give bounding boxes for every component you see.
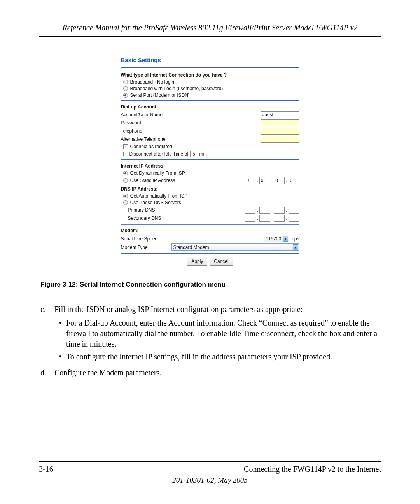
radio-serial-port[interactable]	[123, 93, 128, 98]
bullet-text: For a Dial-up Account, enter the Account…	[66, 318, 381, 349]
radio-label: Broadband - No login	[130, 79, 174, 85]
radio-broadband-nologin[interactable]	[123, 80, 128, 84]
ip-octet[interactable]: 0	[245, 177, 256, 184]
section-title: Connecting the FWG114P v2 to the Interne…	[244, 465, 381, 474]
radio-dns-use[interactable]	[123, 200, 128, 205]
password-input[interactable]	[261, 119, 299, 126]
modem-type-select[interactable]: Standard Modem ▾	[172, 243, 299, 251]
separator	[121, 67, 299, 68]
modem-heading: Modem:	[121, 228, 299, 233]
ip-octet[interactable]	[259, 206, 270, 214]
telephone-input[interactable]	[261, 128, 299, 135]
ip-octet[interactable]: 0	[274, 177, 285, 184]
footer-rule	[39, 461, 381, 462]
primary-dns-fields[interactable]: . . .	[245, 206, 299, 214]
separator	[121, 224, 299, 225]
bullet-text: To configure the Internet IP settings, f…	[66, 352, 332, 362]
ip-octet[interactable]	[259, 215, 270, 222]
ip-octet[interactable]	[245, 206, 256, 214]
select-value: 115200	[266, 236, 281, 242]
speed-unit: bps	[292, 236, 299, 242]
ip-octet[interactable]	[245, 215, 256, 222]
header-rule	[39, 36, 381, 37]
serial-speed-label: Serial Line Speed:	[121, 236, 203, 242]
user-input[interactable]: guest	[261, 111, 299, 118]
radio-label: Get Automatically From ISP	[130, 193, 187, 199]
connect-required-label: Connect as required	[130, 144, 172, 149]
separator	[121, 159, 299, 160]
ip-octet[interactable]: 0	[289, 177, 299, 184]
radio-label: Use Static IP Address	[130, 178, 175, 183]
modem-type-label: Modem Type	[121, 245, 172, 250]
panel-title: Basic Settings	[121, 57, 299, 63]
list-item-text: Configure the Modem parameters.	[54, 368, 381, 378]
separator	[121, 253, 299, 254]
radio-label: Use These DNS Servers	[130, 200, 181, 205]
basic-settings-screenshot: Basic Settings What type of Internet Con…	[116, 52, 304, 270]
dns-ip-heading: DNS IP Address:	[121, 186, 299, 192]
alt-telephone-input[interactable]	[261, 136, 299, 143]
secondary-dns-fields[interactable]: . . .	[245, 215, 299, 222]
password-label: Password:	[121, 120, 203, 126]
radio-broadband-login[interactable]	[123, 86, 128, 91]
user-label: Account/User Name	[121, 112, 203, 117]
dialup-heading: Dial-up Account	[121, 104, 299, 110]
apply-button[interactable]: Apply	[187, 257, 207, 266]
radio-label: Broadband with Login (username, password…	[130, 86, 223, 91]
radio-ip-dynamic[interactable]	[123, 171, 128, 175]
chevron-down-icon: ▾	[293, 244, 298, 250]
list-item-text: Fill in the ISDN or analog ISP Internet …	[54, 304, 381, 315]
disconnect-idle-prefix: Disconnect after Idle Time of	[130, 151, 189, 157]
page-number: 3-16	[39, 465, 53, 474]
radio-dns-auto[interactable]	[123, 194, 128, 198]
footer-date: 201-10301-02, May 2005	[39, 476, 381, 485]
idle-time-input[interactable]: 5	[190, 150, 198, 157]
separator	[121, 100, 299, 101]
internet-ip-heading: Internet IP Address:	[121, 163, 299, 169]
ip-octet[interactable]	[289, 215, 299, 222]
figure-caption: Figure 3-12: Serial Internet Connection …	[40, 281, 381, 289]
disconnect-idle-suffix: min	[200, 151, 207, 157]
ip-octet[interactable]	[289, 206, 299, 214]
telephone-label: Telephone	[121, 128, 203, 134]
serial-speed-select[interactable]: 115200 ▾	[264, 235, 289, 242]
alt-telephone-label: Alternative Telephone	[121, 136, 203, 142]
ip-octet[interactable]: 0	[259, 177, 270, 184]
radio-label: Serial Port (Modem or ISDN)	[130, 93, 190, 98]
static-ip-fields[interactable]: 0. 0. 0. 0	[245, 177, 299, 184]
connection-type-question: What type of Internet Connection do you …	[121, 72, 299, 78]
select-value: Standard Modem	[173, 245, 209, 250]
radio-label: Get Dynamically From ISP	[130, 170, 185, 176]
radio-ip-static[interactable]	[123, 178, 128, 183]
bullet-icon: •	[54, 318, 66, 349]
manual-header: Reference Manual for the ProSafe Wireles…	[39, 23, 381, 36]
bullet-icon: •	[54, 352, 66, 362]
ip-octet[interactable]	[274, 215, 285, 222]
list-marker: d.	[39, 368, 54, 378]
primary-dns-label: Primary DNS	[121, 207, 203, 213]
secondary-dns-label: Secondary DNS	[121, 215, 203, 221]
list-marker: c.	[39, 304, 54, 365]
ip-octet[interactable]	[274, 206, 285, 214]
disconnect-idle-checkbox[interactable]	[123, 152, 128, 156]
chevron-down-icon: ▾	[283, 236, 288, 242]
connect-required-checkbox[interactable]: ✓	[123, 144, 128, 149]
cancel-button[interactable]: Cancel	[210, 257, 233, 266]
